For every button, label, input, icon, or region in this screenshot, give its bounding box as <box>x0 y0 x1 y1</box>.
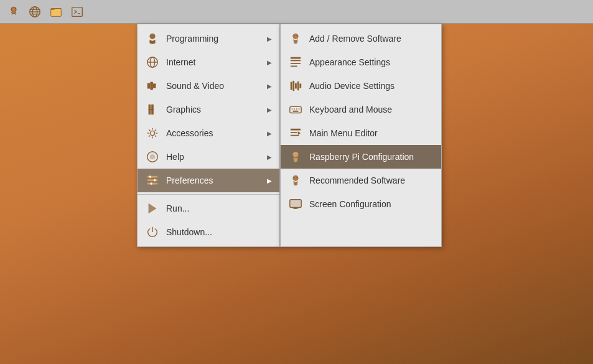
internet-icon <box>145 55 160 70</box>
svg-line-29 <box>149 129 150 131</box>
preferences-icon <box>145 173 160 188</box>
primary-menu: Programming ▶ Internet ▶ <box>137 24 280 247</box>
svg-rect-64 <box>291 135 299 136</box>
menu-item-graphics[interactable]: Graphics ▶ <box>138 98 279 121</box>
preferences-submenu: Add / Remove Software Appearance Setting… <box>280 24 442 247</box>
svg-point-46 <box>296 35 297 36</box>
svg-line-4 <box>12 12 12 14</box>
menu-item-sound-video[interactable]: Sound & Video ▶ <box>138 74 279 98</box>
main-menu-icon <box>288 126 303 141</box>
run-label: Run... <box>166 203 272 213</box>
svg-rect-52 <box>292 81 294 91</box>
audio-icon <box>288 78 303 93</box>
menu-item-run[interactable]: Run... <box>138 197 279 220</box>
svg-point-68 <box>296 153 297 154</box>
preferences-arrow: ▶ <box>267 177 272 184</box>
recommended-label: Recommended Software <box>309 175 434 185</box>
appearance-label: Appearance Settings <box>309 57 434 67</box>
submenu-item-audio[interactable]: Audio Device Settings <box>281 74 441 98</box>
programming-icon <box>145 31 160 46</box>
svg-point-72 <box>296 177 297 178</box>
svg-rect-49 <box>291 66 297 67</box>
submenu-item-screen-config[interactable]: Screen Configuration <box>281 192 441 216</box>
svg-point-24 <box>150 131 154 135</box>
menu-item-preferences[interactable]: Preferences ▶ <box>138 169 279 192</box>
menu-item-programming[interactable]: Programming ▶ <box>138 27 279 50</box>
globe-taskbar-icon[interactable] <box>26 3 44 21</box>
main-menu-label: Main Menu Editor <box>309 128 434 138</box>
menu-separator <box>138 194 279 195</box>
svg-rect-47 <box>291 60 301 61</box>
submenu-item-keyboard-mouse[interactable]: Keyboard and Mouse <box>281 98 441 121</box>
terminal-taskbar-icon[interactable] <box>68 3 86 21</box>
svg-rect-53 <box>295 83 297 88</box>
submenu-item-raspi-config[interactable]: Raspberry Pi Configuration <box>281 145 441 169</box>
submenu-item-main-menu[interactable]: Main Menu Editor <box>281 121 441 145</box>
programming-arrow: ▶ <box>267 35 272 42</box>
add-remove-label: Add / Remove Software <box>309 34 434 44</box>
shutdown-icon <box>145 225 160 240</box>
internet-label: Internet <box>166 57 261 67</box>
sound-video-label: Sound & Video <box>166 81 261 91</box>
svg-rect-62 <box>291 129 301 131</box>
svg-line-30 <box>155 136 156 137</box>
raspi-config-icon <box>288 149 303 164</box>
svg-line-31 <box>155 129 156 131</box>
svg-rect-20 <box>153 83 156 88</box>
menu-item-shutdown[interactable]: Shutdown... <box>138 220 279 244</box>
svg-point-39 <box>154 179 156 182</box>
svg-point-45 <box>294 35 295 36</box>
menu-item-internet[interactable]: Internet ▶ <box>138 50 279 74</box>
svg-point-34 <box>150 154 154 159</box>
internet-arrow: ▶ <box>267 59 272 66</box>
accessories-arrow: ▶ <box>267 130 272 137</box>
preferences-label: Preferences <box>166 175 261 185</box>
raspi-config-label: Raspberry Pi Configuration <box>309 152 434 162</box>
svg-point-44 <box>294 34 297 39</box>
svg-point-71 <box>294 177 295 178</box>
recommended-icon <box>288 173 303 188</box>
svg-rect-35 <box>147 176 158 178</box>
programming-label: Programming <box>166 34 261 44</box>
graphics-arrow: ▶ <box>267 106 272 113</box>
svg-point-70 <box>294 176 297 180</box>
screen-config-icon <box>288 197 303 212</box>
sound-video-icon <box>145 78 160 93</box>
help-icon <box>145 149 160 164</box>
files-taskbar-icon[interactable] <box>47 3 65 21</box>
graphics-icon <box>145 102 160 117</box>
submenu-item-appearance[interactable]: Appearance Settings <box>281 50 441 74</box>
svg-point-67 <box>294 153 295 154</box>
svg-rect-73 <box>290 200 301 208</box>
appearance-icon <box>288 55 303 70</box>
help-label: Help <box>166 152 261 162</box>
help-arrow: ▶ <box>267 154 272 161</box>
graphics-label: Graphics <box>166 105 261 114</box>
sound-video-arrow: ▶ <box>267 83 272 90</box>
svg-point-40 <box>150 182 152 185</box>
menu-item-accessories[interactable]: Accessories ▶ <box>138 121 279 145</box>
svg-point-1 <box>12 7 16 11</box>
shutdown-label: Shutdown... <box>166 227 272 237</box>
raspberry-taskbar-icon[interactable] <box>5 3 22 21</box>
submenu-item-recommended[interactable]: Recommended Software <box>281 169 441 192</box>
svg-line-5 <box>15 12 16 14</box>
add-remove-icon <box>288 31 303 46</box>
svg-rect-36 <box>147 179 158 181</box>
app-menu: Programming ▶ Internet ▶ <box>137 24 442 247</box>
svg-point-38 <box>149 175 152 178</box>
svg-point-3 <box>15 7 16 9</box>
accessories-icon <box>145 126 160 141</box>
svg-point-2 <box>11 7 12 9</box>
svg-rect-56 <box>290 106 301 113</box>
audio-label: Audio Device Settings <box>309 81 434 91</box>
svg-rect-48 <box>291 63 301 64</box>
menu-item-help[interactable]: Help ▶ <box>138 145 279 169</box>
keyboard-mouse-label: Keyboard and Mouse <box>309 105 434 114</box>
svg-rect-54 <box>297 82 299 91</box>
screen-config-label: Screen Configuration <box>309 199 434 209</box>
svg-line-32 <box>149 136 150 137</box>
svg-point-66 <box>294 152 297 157</box>
submenu-item-add-remove[interactable]: Add / Remove Software <box>281 27 441 50</box>
svg-rect-50 <box>291 57 301 59</box>
